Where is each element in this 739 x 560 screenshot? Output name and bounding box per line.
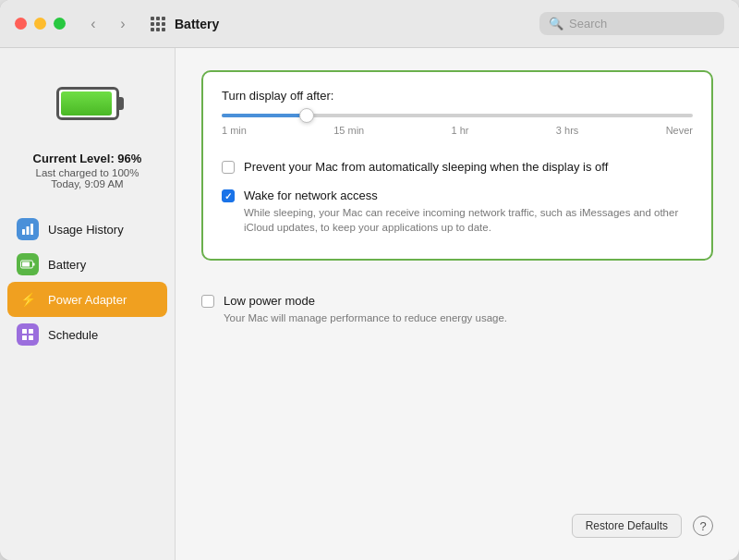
svg-rect-4	[22, 262, 30, 267]
main-content: Current Level: 96% Last charged to 100% …	[0, 48, 739, 560]
page-title: Battery	[175, 17, 539, 31]
sidebar-nav: Usage History Battery ⚡	[0, 208, 175, 356]
slider-track	[222, 114, 693, 117]
last-charged-label: Last charged to 100%	[36, 167, 139, 178]
slider-fill	[222, 114, 307, 117]
nav-buttons: ‹ ›	[80, 11, 136, 37]
sidebar-item-usage-history[interactable]: Usage History	[7, 212, 167, 247]
svg-rect-1	[27, 226, 30, 235]
restore-defaults-button[interactable]: Restore Defaults	[572, 514, 682, 538]
sidebar-item-schedule[interactable]: Schedule	[7, 317, 167, 352]
slider-markers: 1 min 15 min 1 hr 3 hrs Never	[222, 125, 693, 136]
help-button[interactable]: ?	[693, 516, 713, 536]
svg-rect-2	[30, 224, 33, 235]
battery-visual	[56, 87, 119, 120]
wake-network-checkbox[interactable]	[222, 189, 235, 202]
power-icon: ⚡	[17, 288, 39, 310]
sidebar-item-battery[interactable]: Battery	[7, 247, 167, 282]
wake-network-label: Wake for network access	[244, 189, 693, 202]
wake-network-desc: While sleeping, your Mac can receive inc…	[244, 205, 693, 235]
sidebar: Current Level: 96% Last charged to 100% …	[0, 48, 176, 560]
sidebar-item-label: Battery	[48, 258, 86, 272]
low-power-desc: Your Mac will manage performance to redu…	[224, 310, 507, 325]
chevron-left-icon: ‹	[91, 16, 95, 32]
sidebar-item-label: Power Adapter	[48, 293, 127, 307]
svg-rect-6	[22, 329, 27, 334]
chevron-right-icon: ›	[120, 16, 125, 32]
low-power-label: Low power mode	[224, 294, 507, 308]
system-preferences-window: ‹ › Battery 🔍	[0, 0, 739, 560]
svg-rect-8	[22, 335, 27, 340]
wake-network-row[interactable]: Wake for network access While sleeping, …	[222, 181, 693, 242]
slider-section: Turn display off after: 1 min 15 min 1 h…	[222, 89, 693, 140]
sidebar-item-power-adapter[interactable]: ⚡ Power Adapter	[7, 282, 167, 317]
close-button[interactable]	[15, 18, 27, 30]
forward-button[interactable]: ›	[110, 11, 136, 37]
slider-thumb[interactable]	[299, 108, 314, 123]
slider-marker-1hr: 1 hr	[452, 125, 469, 136]
schedule-icon	[17, 323, 39, 346]
prevent-sleep-checkbox[interactable]	[222, 161, 235, 174]
svg-rect-7	[29, 329, 33, 334]
minimize-button[interactable]	[34, 18, 46, 30]
wake-network-content: Wake for network access While sleeping, …	[244, 189, 693, 235]
low-power-content: Low power mode Your Mac will manage perf…	[224, 294, 507, 325]
current-level-label: Current Level: 96%	[33, 152, 142, 165]
slider-marker-1min: 1 min	[222, 125, 247, 136]
slider-marker-15min: 15 min	[333, 125, 364, 136]
slider-marker-3hrs: 3 hrs	[556, 125, 578, 136]
grid-icon	[151, 17, 165, 31]
search-box[interactable]: 🔍	[539, 12, 724, 35]
back-button[interactable]: ‹	[80, 11, 106, 37]
maximize-button[interactable]	[54, 18, 66, 30]
last-charged-time: Today, 9:09 AM	[51, 178, 123, 189]
battery-nav-icon	[17, 253, 39, 275]
sidebar-item-label: Usage History	[48, 223, 124, 237]
svg-rect-5	[33, 263, 35, 266]
low-power-row[interactable]: Low power mode Your Mac will manage perf…	[201, 286, 713, 333]
slider-marker-never: Never	[666, 125, 693, 136]
settings-card: Turn display off after: 1 min 15 min 1 h…	[201, 70, 713, 261]
right-panel: Turn display off after: 1 min 15 min 1 h…	[176, 48, 739, 560]
svg-rect-0	[22, 229, 25, 235]
battery-fill	[61, 91, 113, 116]
low-power-section: Low power mode Your Mac will manage perf…	[201, 275, 713, 344]
footer: Restore Defaults ?	[201, 506, 713, 538]
traffic-lights	[15, 18, 66, 30]
svg-rect-9	[29, 335, 33, 340]
slider-container[interactable]: 1 min 15 min 1 hr 3 hrs Never	[222, 114, 693, 140]
chart-icon	[17, 218, 39, 240]
search-icon: 🔍	[549, 17, 563, 30]
battery-icon-wrap	[51, 67, 125, 140]
low-power-checkbox[interactable]	[201, 295, 214, 308]
slider-label: Turn display off after:	[222, 89, 693, 103]
prevent-sleep-row[interactable]: Prevent your Mac from automatically slee…	[222, 152, 693, 181]
sidebar-item-label: Schedule	[48, 328, 98, 342]
search-input[interactable]	[569, 17, 715, 30]
prevent-sleep-content: Prevent your Mac from automatically slee…	[244, 160, 608, 174]
titlebar: ‹ › Battery 🔍	[0, 0, 739, 48]
battery-info: Current Level: 96% Last charged to 100% …	[0, 67, 175, 208]
prevent-sleep-label: Prevent your Mac from automatically slee…	[244, 160, 608, 174]
